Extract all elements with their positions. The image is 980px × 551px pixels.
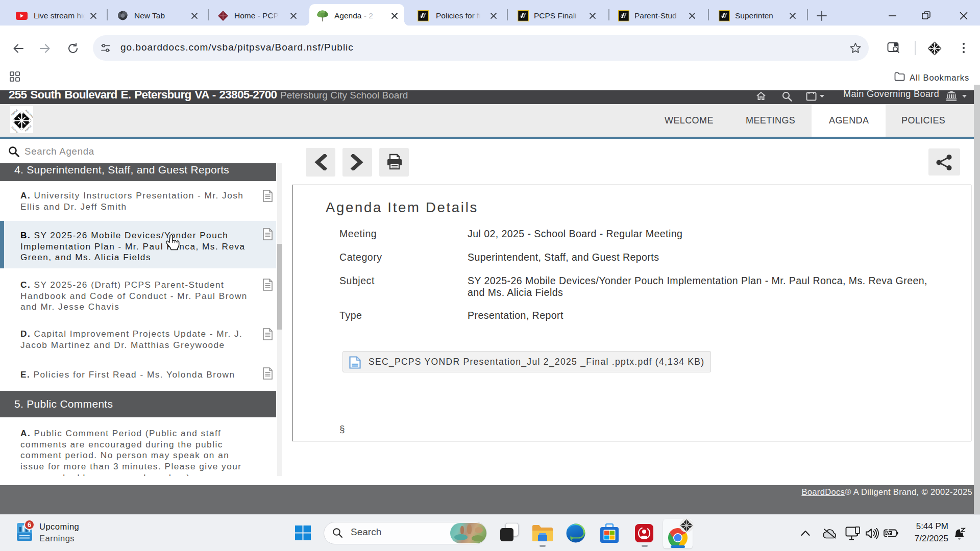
svg-text:PEOPLE: PEOPLE [11, 109, 18, 116]
